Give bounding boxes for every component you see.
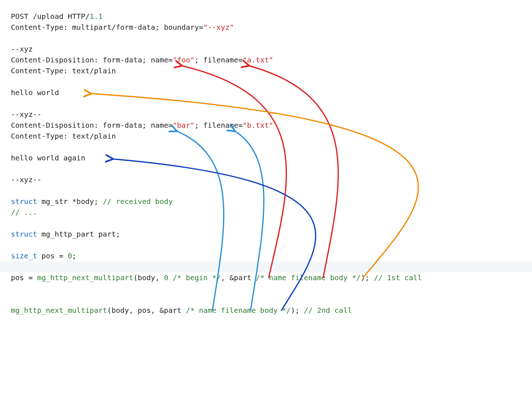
- code-line-20: struct mg_http_part part;: [11, 229, 521, 240]
- code-line-25: [11, 283, 521, 294]
- code-line-12: [11, 142, 521, 152]
- code-line-22: size_t pos = 0;: [11, 250, 521, 261]
- code-line-9: --xyz--: [11, 109, 521, 120]
- code-line-2: [11, 33, 521, 44]
- code-line-13: hello world again: [11, 152, 521, 163]
- code-line-16: [11, 185, 521, 196]
- code-line-17: struct mg_str *body; // received body: [11, 196, 521, 207]
- code-line-27: mg_http_next_multipart(body, pos, &part …: [11, 305, 521, 316]
- code-line-1: Content-Type: multipart/form-data; bound…: [11, 22, 521, 33]
- code-line-15: --xyz--: [11, 174, 521, 185]
- code-line-3: --xyz: [11, 44, 521, 54]
- code-line-6: [11, 76, 521, 87]
- code-line-14: [11, 163, 521, 174]
- code-line-5: Content-Type: text/plain: [11, 65, 521, 76]
- code-line-23: [11, 261, 521, 272]
- code-line-11: Content-Type: text/plain: [11, 131, 521, 142]
- code-line-21: [11, 240, 521, 250]
- code-line-18: // ...: [11, 207, 521, 218]
- code-line-26: [11, 294, 521, 305]
- code-line-0: POST /upload HTTP/1.1: [11, 11, 521, 22]
- code-line-19: [11, 218, 521, 229]
- code-line-24: pos = mg_http_next_multipart(body, 0 /* …: [11, 272, 521, 283]
- code-line-7: hello world: [11, 87, 521, 98]
- code-line-10: Content-Disposition: form-data; name="ba…: [11, 120, 521, 131]
- code-line-4: Content-Disposition: form-data; name="fo…: [11, 54, 521, 65]
- code-line-8: [11, 98, 521, 109]
- code-block: POST /upload HTTP/1.1Content-Type: multi…: [11, 11, 521, 316]
